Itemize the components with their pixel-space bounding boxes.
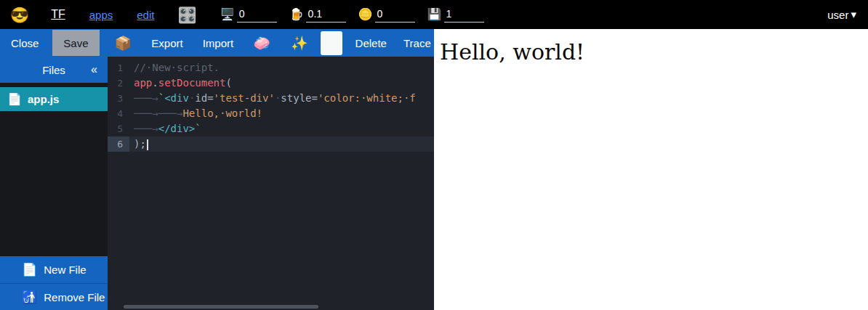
code-segment: </div> <box>158 123 196 134</box>
stat-monitor-value[interactable]: 0 <box>237 7 277 23</box>
close-button[interactable]: Close <box>11 37 39 49</box>
export-button[interactable]: Export <box>151 37 182 49</box>
user-menu[interactable]: user ▾ <box>827 8 856 21</box>
code-segment: <div <box>164 92 189 104</box>
remove-file-icon: 🚮 <box>22 291 37 303</box>
code-segment: ───→ <box>134 92 158 104</box>
save-button[interactable]: Save <box>52 30 99 56</box>
files-header: Files « <box>0 57 108 83</box>
line-number: 6 <box>108 136 129 152</box>
files-sidebar: Files « 📄 app.js 📄 New File 🚮 Remove Fil… <box>0 57 108 310</box>
blank-swatch-button[interactable] <box>321 31 342 55</box>
code-editor[interactable]: 1//·New·script.2app.setDocument(3───→`<d… <box>108 57 434 310</box>
code-line[interactable]: 2app.setDocument( <box>108 76 434 91</box>
code-segment: ───→───→ <box>134 107 182 119</box>
sidebar-actions: 📄 New File 🚮 Remove File <box>0 256 108 310</box>
stats-bar: 🖥️ 0 🍺 0.1 🪙 0 💾 1 <box>220 7 484 23</box>
file-item-label: app.js <box>28 93 59 105</box>
code-line[interactable]: 5───→</div>` <box>108 121 434 136</box>
code-text: app.setDocument( <box>129 76 434 91</box>
code-segment: . <box>152 77 158 89</box>
code-segment: ); <box>134 138 146 150</box>
coin-icon: 🪙 <box>358 9 373 20</box>
code-text: //·New·script. <box>129 60 434 76</box>
monitor-icon: 🖥️ <box>220 9 235 20</box>
soap-icon-button[interactable]: 🧼 <box>253 36 270 50</box>
remove-file-button[interactable]: 🚮 Remove File <box>0 283 108 310</box>
code-line[interactable]: 6); <box>108 136 434 152</box>
sparkles-icon-button[interactable]: ✨ <box>291 36 308 50</box>
code-line[interactable]: 1//·New·script. <box>108 60 434 76</box>
new-file-icon: 📄 <box>22 264 37 276</box>
collapse-sidebar-icon[interactable]: « <box>91 63 97 76</box>
nav-link-apps[interactable]: apps <box>89 9 113 21</box>
line-number: 3 <box>108 91 129 106</box>
chevron-down-icon: ▾ <box>851 8 856 21</box>
code-segment: ` <box>195 123 201 134</box>
line-number: 4 <box>108 106 129 121</box>
code-segment: style= <box>281 92 318 104</box>
code-segment: 'test-div' <box>214 92 275 104</box>
app-preview-pane: Hello, world! <box>434 29 868 310</box>
code-segment: ` <box>158 92 164 104</box>
stat-floppy-value[interactable]: 1 <box>444 7 484 23</box>
code-text: ───→`<div·id='test-div'·style='color:·wh… <box>129 91 434 106</box>
line-number: 2 <box>108 76 129 91</box>
code-segment: 'color:·white;·f <box>318 92 416 104</box>
code-lines: 1//·New·script.2app.setDocument(3───→`<d… <box>108 57 434 152</box>
stat-coin-value[interactable]: 0 <box>375 7 415 23</box>
code-text: ───→───→Hello,·world! <box>129 106 434 121</box>
code-segment: Hello,·world! <box>182 107 262 119</box>
control-panel-icon[interactable]: 🎛️ <box>177 7 196 23</box>
stat-floppy: 💾 1 <box>427 7 484 23</box>
code-segment: app <box>134 77 152 89</box>
user-menu-label: user <box>827 9 848 21</box>
delete-button[interactable]: Delete <box>355 37 387 49</box>
sunglasses-face-logo-icon[interactable]: 😎 <box>10 7 29 23</box>
text-cursor <box>147 139 148 150</box>
import-button[interactable]: Import <box>203 37 234 49</box>
preview-hello-text: Hello, world! <box>440 39 868 65</box>
code-line[interactable]: 3───→`<div·id='test-div'·style='color:·w… <box>108 91 434 106</box>
code-segment: setDocument <box>158 77 226 89</box>
package-icon-button[interactable]: 📦 <box>115 36 132 50</box>
stat-beer-value[interactable]: 0.1 <box>306 7 346 23</box>
beer-icon: 🍺 <box>289 9 304 20</box>
floppy-disk-icon: 💾 <box>427 9 442 20</box>
remove-file-label: Remove File <box>44 291 105 303</box>
trace-button[interactable]: Trace <box>403 37 431 49</box>
stat-beer: 🍺 0.1 <box>289 7 346 23</box>
topbar: 😎 TF apps edit 🎛️ 🖥️ 0 🍺 0.1 🪙 0 💾 1 use… <box>0 0 868 29</box>
horizontal-scrollbar-thumb[interactable] <box>124 305 318 309</box>
code-text: ); <box>129 136 434 152</box>
code-segment: ───→ <box>134 123 158 134</box>
document-icon: 📄 <box>7 94 22 105</box>
code-line[interactable]: 4───→───→Hello,·world! <box>108 106 434 121</box>
brand-link[interactable]: TF <box>51 8 65 21</box>
code-segment: ( <box>225 77 231 89</box>
new-file-button[interactable]: 📄 New File <box>0 256 108 283</box>
file-list: 📄 app.js <box>0 83 108 256</box>
new-file-label: New File <box>44 264 86 276</box>
files-header-title: Files <box>42 64 65 76</box>
code-text: ───→</div>` <box>129 121 434 136</box>
stat-monitor: 🖥️ 0 <box>220 7 277 23</box>
stat-coin: 🪙 0 <box>358 7 415 23</box>
line-number: 1 <box>108 60 129 76</box>
code-segment: //·New·script. <box>134 62 220 73</box>
code-segment: id= <box>195 92 213 104</box>
file-item-appjs[interactable]: 📄 app.js <box>0 87 108 111</box>
editor-toolbar: Close Save 📦 Export Import 🧼 ✨ Delete Tr… <box>0 29 434 57</box>
nav-link-edit[interactable]: edit <box>137 9 154 21</box>
line-number: 5 <box>108 121 129 136</box>
